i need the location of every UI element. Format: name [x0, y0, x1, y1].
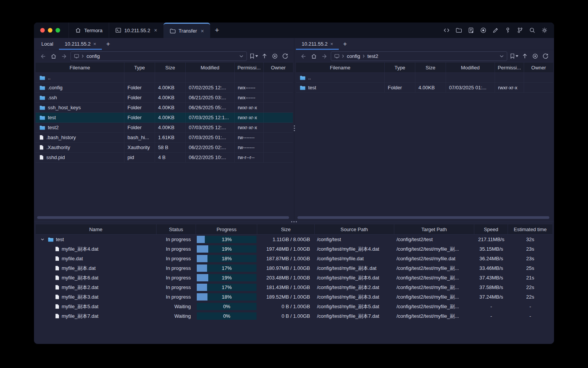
- column-header-filename[interactable]: Filename: [36, 62, 124, 72]
- tab-remote-host[interactable]: 10.211.55.2 ×: [59, 38, 102, 50]
- chevron-down-icon[interactable]: [239, 55, 243, 58]
- column-header-filename[interactable]: Filename: [296, 62, 385, 72]
- column-header-size[interactable]: Size: [155, 62, 186, 72]
- chevron-down-icon[interactable]: [500, 55, 504, 58]
- file-row[interactable]: .config Folder 4.00KB 07/02/2025 12:... …: [36, 83, 293, 93]
- forward-icon[interactable]: [60, 52, 68, 61]
- left-path-breadcrumb[interactable]: config: [70, 51, 247, 61]
- breadcrumb-segment[interactable]: config: [347, 53, 360, 59]
- tab-local[interactable]: Local: [36, 38, 59, 50]
- file-row[interactable]: .Xauthority Xauthority 58 B 06/22/2025 0…: [36, 143, 293, 153]
- column-header-owner[interactable]: Owner: [264, 62, 293, 72]
- home-icon[interactable]: [310, 52, 318, 61]
- file-owner: [264, 153, 293, 162]
- splitter-handle[interactable]: [291, 221, 297, 222]
- code-icon[interactable]: [442, 26, 451, 34]
- bookmark-button[interactable]: [250, 53, 258, 59]
- record-icon[interactable]: [479, 26, 487, 34]
- file-row[interactable]: .ssh Folder 4.00KB 06/21/2025 03:... rwx…: [36, 93, 293, 103]
- tab-termora[interactable]: Termora: [69, 23, 109, 38]
- log-icon[interactable]: [467, 26, 475, 34]
- expand-chevron-icon[interactable]: [39, 238, 46, 241]
- folder-icon[interactable]: [454, 26, 463, 34]
- bookmark-button[interactable]: [510, 53, 518, 59]
- transfer-row[interactable]: myfile_副本5.dat Waiting 0% 0 B / 1.00GB /…: [36, 302, 552, 311]
- tab-transfer[interactable]: Transfer ×: [163, 23, 210, 38]
- transfer-row[interactable]: myfile_副本4.dat In progress 19% 197.48MB …: [36, 244, 552, 254]
- show-hidden-icon[interactable]: [531, 52, 539, 61]
- column-header-permissions[interactable]: Permissi...: [235, 62, 264, 72]
- vertical-splitter[interactable]: [293, 38, 296, 222]
- breadcrumb-segment[interactable]: config: [87, 53, 100, 59]
- transfer-row[interactable]: myfile_副本.dat In progress 17% 180.97MB /…: [36, 263, 552, 273]
- file-row[interactable]: ..: [36, 73, 293, 83]
- column-header-size[interactable]: Size: [415, 62, 446, 72]
- column-header-permissions[interactable]: Permissi...: [495, 62, 524, 72]
- close-icon[interactable]: ×: [330, 41, 333, 46]
- file-row[interactable]: ..: [296, 73, 553, 83]
- transfer-row[interactable]: myfile_副本6.dat In progress 19% 203.48MB …: [36, 273, 552, 283]
- column-header-modified[interactable]: Modified: [186, 62, 235, 72]
- file-row[interactable]: ssh_host_keys Folder 4.00KB 06/26/2025 0…: [36, 103, 293, 113]
- file-row[interactable]: test Folder 4.00KB 07/03/2025 12:1... rw…: [36, 113, 293, 123]
- column-header-estimated-time[interactable]: Estimated time: [508, 224, 552, 234]
- file-row[interactable]: test Folder 4.00KB 07/03/2025 01:... rwx…: [296, 83, 553, 93]
- tab-host[interactable]: 10.211.55.2 ×: [109, 23, 163, 38]
- close-icon[interactable]: ×: [93, 41, 96, 46]
- search-icon[interactable]: [528, 26, 536, 34]
- column-header-source-path[interactable]: Source Path: [315, 224, 394, 234]
- column-header-target-path[interactable]: Target Path: [394, 224, 475, 234]
- file-row[interactable]: test2 Folder 4.00KB 07/03/2025 12:... rw…: [36, 123, 293, 133]
- file-permissions: rwxr-xr-x: [495, 83, 524, 92]
- close-icon[interactable]: ×: [154, 28, 157, 33]
- transfer-size: 180.97MB / 1.00GB: [257, 263, 315, 273]
- column-header-name[interactable]: Name: [36, 224, 157, 234]
- edit-icon[interactable]: [491, 26, 500, 34]
- close-window-button[interactable]: [40, 28, 45, 33]
- file-name: ..: [308, 75, 311, 80]
- tab-remote-host[interactable]: 10.211.55.2 ×: [296, 38, 339, 50]
- column-header-modified[interactable]: Modified: [446, 62, 495, 72]
- column-header-owner[interactable]: Owner: [524, 62, 553, 72]
- folder-icon: [48, 237, 54, 242]
- show-hidden-icon[interactable]: [271, 52, 279, 61]
- back-icon[interactable]: [39, 52, 47, 61]
- horizontal-scrollbar[interactable]: [37, 216, 289, 219]
- zoom-window-button[interactable]: [56, 28, 60, 33]
- minimize-window-button[interactable]: [48, 28, 52, 33]
- column-header-progress[interactable]: Progress: [196, 224, 257, 234]
- refresh-icon[interactable]: [281, 52, 289, 61]
- settings-icon[interactable]: [540, 26, 549, 34]
- horizontal-scrollbar[interactable]: [297, 216, 549, 219]
- transfer-row[interactable]: myfile_副本3.dat In progress 18% 189.52MB …: [36, 292, 552, 302]
- back-icon[interactable]: [300, 52, 307, 61]
- file-row[interactable]: sshd.pid pid 4 B 06/22/2025 10:... rw-r-…: [36, 153, 293, 163]
- key-icon[interactable]: [503, 26, 512, 34]
- transfer-row[interactable]: myfile_副本2.dat In progress 17% 181.43MB …: [36, 283, 552, 292]
- splitter-handle[interactable]: [294, 125, 295, 131]
- upload-icon[interactable]: [261, 52, 268, 61]
- column-header-status[interactable]: Status: [157, 224, 196, 234]
- right-path-breadcrumb[interactable]: config test2: [331, 51, 507, 61]
- column-header-type[interactable]: Type: [124, 62, 155, 72]
- upload-icon[interactable]: [521, 52, 529, 61]
- close-icon[interactable]: ×: [201, 28, 204, 34]
- home-icon[interactable]: [50, 52, 57, 61]
- refresh-icon[interactable]: [542, 52, 549, 61]
- keychain-icon[interactable]: [516, 26, 524, 34]
- transfer-row[interactable]: myfile.dat In progress 18% 187.87MB / 1.…: [36, 254, 552, 263]
- new-tab-button[interactable]: +: [210, 23, 224, 38]
- horizontal-splitter[interactable]: [34, 222, 554, 224]
- add-panel-tab-button[interactable]: +: [102, 38, 114, 50]
- breadcrumb-segment[interactable]: test2: [368, 53, 378, 59]
- column-header-speed[interactable]: Speed: [474, 224, 508, 234]
- file-permissions: rwxr-xr-x: [235, 113, 264, 122]
- transfer-row[interactable]: myfile_副本7.dat Waiting 0% 0 B / 1.00GB /…: [36, 311, 552, 321]
- forward-icon[interactable]: [320, 52, 328, 61]
- file-icon: [55, 294, 59, 299]
- transfer-row[interactable]: test In progress 13% 1.11GB / 8.00GB /co…: [36, 235, 552, 244]
- column-header-type[interactable]: Type: [385, 62, 415, 72]
- column-header-size[interactable]: Size: [257, 224, 315, 234]
- file-row[interactable]: .bash_history bash_hi... 1.61KB 07/03/20…: [36, 133, 293, 143]
- add-panel-tab-button[interactable]: +: [339, 38, 351, 50]
